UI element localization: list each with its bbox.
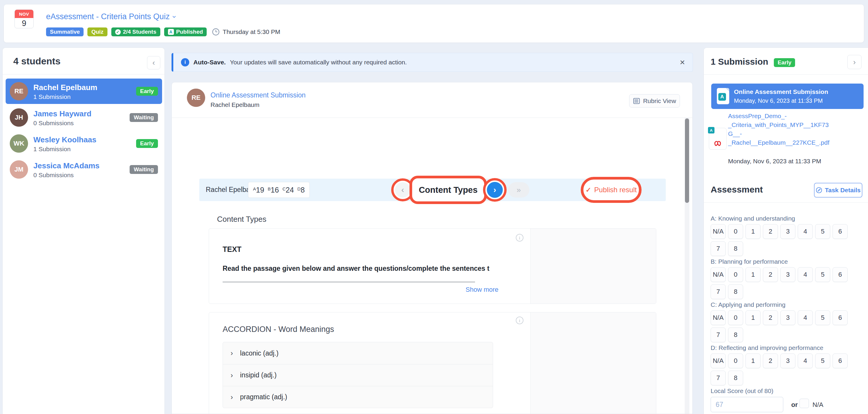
info-icon: i xyxy=(181,58,189,66)
published-label: Published xyxy=(176,29,203,35)
chevron-left-icon: ‹ xyxy=(401,185,404,195)
student-name[interactable]: Jessica McAdams xyxy=(33,161,99,170)
score-button[interactable]: 2 xyxy=(763,224,778,239)
score-button[interactable]: 5 xyxy=(815,224,830,239)
info-icon[interactable]: i xyxy=(516,317,523,324)
score-button[interactable]: 3 xyxy=(780,224,795,239)
na-checkbox[interactable] xyxy=(800,398,809,408)
score-button[interactable]: 3 xyxy=(780,310,795,325)
score-button[interactable]: N/A xyxy=(711,267,726,282)
annotation-box-publish: ✓ Publish result xyxy=(581,177,642,203)
section-pager-label[interactable]: Content Types xyxy=(418,185,477,195)
next-section-button[interactable]: › xyxy=(487,182,503,198)
score-button[interactable]: 8 xyxy=(728,327,743,342)
score-button[interactable]: 4 xyxy=(798,267,813,282)
accordion-item-pragmatic[interactable]: › pragmatic (adj.) xyxy=(223,386,493,408)
submission-card[interactable]: A Online Assessment Submission Monday, N… xyxy=(711,84,864,109)
score-button[interactable]: 2 xyxy=(763,310,778,325)
score-button[interactable]: 1 xyxy=(745,224,761,239)
submission-title-link[interactable]: Online Assessment Submission xyxy=(211,91,306,99)
score-button[interactable]: 5 xyxy=(815,267,830,282)
collapse-sidebar-button[interactable]: ‹ xyxy=(147,56,160,69)
rubric-view-button[interactable]: Rubric View xyxy=(629,94,680,108)
accordion-item-laconic[interactable]: › laconic (adj.) xyxy=(223,342,493,364)
or-label: or xyxy=(791,401,798,409)
accordion-item-insipid[interactable]: › insipid (adj.) xyxy=(223,364,493,386)
info-icon[interactable]: i xyxy=(516,234,523,241)
score-button[interactable]: 6 xyxy=(833,224,848,239)
student-row-james[interactable]: JH James Hayward 0 Submissions Waiting xyxy=(6,105,162,130)
score-button[interactable]: 6 xyxy=(833,267,848,282)
assessment-document-icon: A xyxy=(717,88,729,104)
score-button[interactable]: 7 xyxy=(711,327,726,342)
score-button[interactable]: 2 xyxy=(763,353,778,368)
score-button[interactable]: N/A xyxy=(711,353,726,368)
divider xyxy=(704,75,868,75)
score-button[interactable]: 8 xyxy=(728,284,743,299)
score-button[interactable]: 5 xyxy=(815,353,830,368)
chevron-right-icon: › xyxy=(853,58,856,67)
task-details-button[interactable]: Task Details xyxy=(814,183,862,198)
score-button[interactable]: 1 xyxy=(745,353,761,368)
score-button[interactable]: 6 xyxy=(833,310,848,325)
acrobat-icon xyxy=(713,137,723,146)
event-title-link[interactable]: eAssessment - Criteria Points Quiz › xyxy=(46,12,176,21)
chevron-down-icon[interactable]: › xyxy=(170,16,179,18)
last-section-button[interactable]: » xyxy=(508,182,529,198)
score-button[interactable]: 4 xyxy=(798,224,813,239)
score-button[interactable]: N/A xyxy=(711,310,726,325)
score-button[interactable]: 3 xyxy=(780,353,795,368)
submission-viewer-card: RE Online Assessment Submission Rachel E… xyxy=(172,82,693,414)
prev-section-button[interactable]: ‹ xyxy=(395,182,410,198)
criterion-block-c: C: Applying and performing N/A 0 1 2 3 4… xyxy=(711,301,864,343)
score-button[interactable]: 7 xyxy=(711,241,726,256)
score-button[interactable]: 7 xyxy=(711,284,726,299)
student-name[interactable]: Wesley Koolhaas xyxy=(33,135,96,144)
score-button[interactable]: 5 xyxy=(815,310,830,325)
points-value: 19 xyxy=(256,186,264,194)
score-button[interactable]: 4 xyxy=(798,310,813,325)
points-letter: A xyxy=(253,186,256,191)
event-title-text[interactable]: eAssessment - Criteria Points Quiz xyxy=(46,12,170,21)
student-name[interactable]: Rachel Epelbaum xyxy=(33,83,97,92)
status-badge: Early xyxy=(774,58,795,67)
score-button[interactable]: 0 xyxy=(728,353,743,368)
score-button[interactable]: 6 xyxy=(833,353,848,368)
accordion-heading: ACCORDION - Word Meanings xyxy=(223,325,334,334)
grading-toolbar: Rachel Epelbau... A19 B16 C24 D8 ‹ Conte… xyxy=(199,179,666,201)
score-button[interactable]: N/A xyxy=(711,224,726,239)
score-button[interactable]: 0 xyxy=(728,224,743,239)
score-button[interactable]: 7 xyxy=(711,371,726,385)
publish-result-button[interactable]: Publish result xyxy=(594,186,637,194)
pdf-file-link[interactable]: AssessPrep_Demo_-_Criteria_with_Points_M… xyxy=(728,112,830,147)
student-submissions: 0 Submissions xyxy=(33,120,74,127)
criterion-block-d: D: Reflecting and improving performance … xyxy=(711,344,864,386)
submission-sidebar: 1 Submission Early › A Online Assessment… xyxy=(704,48,868,414)
double-chevron-icon: » xyxy=(517,185,521,195)
chevron-right-icon: › xyxy=(230,393,233,401)
expand-panel-button[interactable]: › xyxy=(847,55,862,69)
close-icon[interactable]: × xyxy=(680,58,685,67)
student-name[interactable]: James Hayward xyxy=(33,109,92,118)
chevron-left-icon: ‹ xyxy=(152,58,155,67)
accordion: › laconic (adj.) › insipid (adj.) › prag… xyxy=(223,342,493,408)
score-button[interactable]: 1 xyxy=(745,310,761,325)
score-button[interactable]: 0 xyxy=(728,310,743,325)
score-button[interactable]: 2 xyxy=(763,267,778,282)
score-button[interactable]: 3 xyxy=(780,267,795,282)
assessprep-a-icon: A xyxy=(168,29,174,35)
local-score-input[interactable] xyxy=(711,397,783,412)
scrollbar-thumb[interactable] xyxy=(685,118,689,203)
points-value: 8 xyxy=(301,186,305,194)
score-button[interactable]: 0 xyxy=(728,267,743,282)
score-button[interactable]: 8 xyxy=(728,371,743,385)
points-letter: B xyxy=(268,186,271,191)
student-row-rachel[interactable]: RE Rachel Epelbaum 1 Submission Early xyxy=(6,79,162,104)
points-letter: C xyxy=(283,186,286,191)
score-button[interactable]: 1 xyxy=(745,267,761,282)
score-button[interactable]: 4 xyxy=(798,353,813,368)
student-row-wesley[interactable]: WK Wesley Koolhaas 1 Submission Early xyxy=(6,131,162,156)
show-more-link[interactable]: Show more xyxy=(466,286,498,294)
student-row-jessica[interactable]: JM Jessica McAdams 0 Submissions Waiting xyxy=(6,157,162,182)
score-button[interactable]: 8 xyxy=(728,241,743,256)
